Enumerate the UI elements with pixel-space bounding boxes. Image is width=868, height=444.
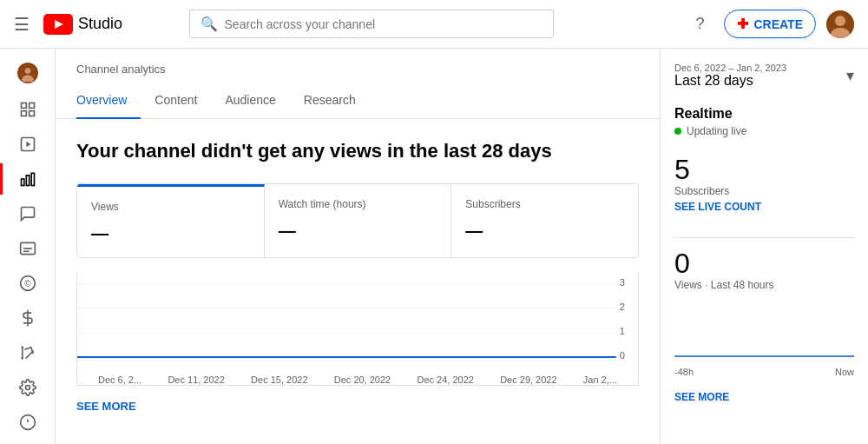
svg-point-27 — [25, 386, 30, 390]
svg-rect-16 — [31, 173, 34, 185]
chart-date-7: Jan 2,... — [583, 374, 617, 385]
chart-x-labels: Dec 6, 2... Dec 11, 2022 Dec 15, 2022 De… — [77, 368, 638, 385]
sidebar: © — [0, 49, 56, 444]
chart-area: 3 2 1 0 Dec 6, 2... Dec — [76, 272, 639, 386]
views-chart-svg: 3 2 1 0 — [77, 272, 638, 368]
topbar-left: ☰ Studio — [14, 14, 122, 35]
date-range-text: Dec 6, 2022 – Jan 2, 2023 Last 28 days — [674, 63, 786, 89]
chart-date-6: Dec 29, 2022 — [500, 374, 556, 385]
tab-content[interactable]: Content — [141, 83, 211, 119]
svg-rect-14 — [21, 179, 23, 186]
sidebar-item-comments[interactable] — [0, 198, 55, 229]
sidebar-item-dashboard[interactable] — [0, 94, 55, 125]
sidebar-item-profile[interactable] — [0, 56, 55, 90]
magic-icon — [19, 344, 36, 361]
sidebar-item-settings[interactable] — [0, 372, 55, 403]
sidebar-item-analytics[interactable] — [0, 163, 55, 195]
play-icon — [19, 136, 36, 153]
views-metric: 0 Views · Last 48 hours — [674, 249, 854, 295]
page-layout: © — [0, 0, 868, 444]
menu-icon[interactable]: ☰ — [14, 14, 30, 35]
page-title: Your channel didn't get any views in the… — [76, 140, 639, 162]
see-more-button[interactable]: SEE MORE — [76, 400, 136, 413]
realtime-title: Realtime — [674, 106, 854, 122]
sidebar-item-subtitles[interactable] — [0, 233, 55, 264]
channel-header: Channel analytics — [56, 49, 660, 76]
tab-overview[interactable]: Overview — [76, 83, 141, 119]
views-48h-label: Views · Last 48 hours — [674, 279, 854, 291]
svg-text:3: 3 — [620, 277, 625, 288]
watchtime-value: — — [279, 221, 437, 241]
grid-icon — [19, 101, 36, 118]
user-avatar[interactable] — [826, 10, 854, 38]
sidebar-item-earn[interactable] — [0, 302, 55, 334]
svg-text:0: 0 — [620, 350, 625, 361]
sidebar-avatar — [17, 63, 38, 83]
svg-rect-10 — [21, 111, 26, 116]
tab-audience[interactable]: Audience — [211, 83, 289, 119]
sidebar-item-customize[interactable] — [0, 337, 55, 368]
svg-rect-9 — [29, 103, 34, 109]
logo-text: Studio — [78, 15, 122, 33]
sidebar-item-copyright[interactable]: © — [0, 268, 55, 299]
create-button[interactable]: ✚ CREATE — [724, 10, 816, 38]
dollar-icon — [19, 309, 36, 327]
topbar-right: ? ✚ CREATE — [686, 10, 854, 38]
svg-point-6 — [24, 68, 30, 74]
chart-date-1: Dec 6, 2... — [98, 374, 141, 385]
realtime-status-text: Updating live — [687, 125, 746, 137]
svg-marker-13 — [26, 142, 30, 148]
views-label: Views — [91, 201, 250, 213]
stat-card-views[interactable]: Views — — [77, 184, 265, 257]
svg-rect-8 — [21, 103, 26, 109]
views-value: — — [91, 223, 250, 243]
realtime-status: Updating live — [674, 125, 854, 137]
svg-rect-15 — [26, 176, 29, 186]
subscribers-label: Subscribers — [465, 198, 624, 210]
stat-card-subscribers[interactable]: Subscribers — — [451, 184, 638, 257]
live-dot-icon — [674, 128, 681, 135]
views-chart-labels: -48h Now — [674, 367, 854, 377]
stat-card-watchtime[interactable]: Watch time (hours) — — [265, 184, 452, 257]
gear-icon — [19, 379, 36, 396]
chart-time-right: Now — [835, 367, 854, 377]
stats-cards: Views — Watch time (hours) — Subscribers… — [76, 183, 639, 258]
overview-content: Your channel didn't get any views in the… — [56, 119, 660, 434]
tabs-bar: Overview Content Audience Research — [56, 83, 660, 119]
svg-text:©: © — [24, 279, 31, 288]
search-bar: 🔍 — [189, 10, 554, 38]
date-range-selector[interactable]: Dec 6, 2022 – Jan 2, 2023 Last 28 days ▾ — [674, 63, 854, 89]
date-range-large: Last 28 days — [674, 73, 786, 89]
flag-icon — [19, 414, 36, 431]
divider — [674, 237, 854, 238]
tab-research[interactable]: Research — [290, 83, 370, 119]
sidebar-item-feedback[interactable] — [0, 407, 55, 438]
subscribers-count: 5 — [674, 155, 854, 185]
subtitles-icon — [19, 240, 36, 257]
see-more-right-link[interactable]: SEE MORE — [674, 391, 854, 403]
logo[interactable]: Studio — [43, 14, 122, 35]
watchtime-label: Watch time (hours) — [279, 198, 437, 210]
svg-rect-11 — [29, 111, 34, 116]
help-button[interactable]: ? — [686, 10, 713, 38]
realtime-section: Realtime Updating live — [674, 106, 854, 137]
subscribers-metric: 5 Subscribers SEE LIVE COUNT — [674, 155, 854, 213]
views-mini-chart-svg — [674, 308, 854, 361]
sidebar-item-content[interactable] — [0, 129, 55, 160]
see-live-count-link[interactable]: SEE LIVE COUNT — [674, 201, 854, 213]
topbar: ☰ Studio 🔍 ? ✚ CREATE — [0, 0, 868, 49]
bar-chart-icon — [19, 170, 36, 188]
copyright-icon: © — [19, 275, 36, 292]
svg-text:2: 2 — [620, 302, 625, 312]
views-48h-count: 0 — [674, 249, 854, 279]
create-plus-icon: ✚ — [737, 16, 748, 32]
search-input[interactable] — [225, 17, 542, 31]
subscribers-metric-label: Subscribers — [674, 185, 854, 197]
chevron-down-icon: ▾ — [846, 66, 854, 85]
create-label: CREATE — [753, 17, 803, 31]
svg-text:1: 1 — [620, 326, 625, 336]
chart-date-4: Dec 20, 2022 — [334, 374, 391, 385]
right-panel: Dec 6, 2022 – Jan 2, 2023 Last 28 days ▾… — [660, 49, 868, 444]
main-chart-container: 3 2 1 0 — [77, 272, 638, 368]
subscribers-value: — — [465, 221, 624, 241]
